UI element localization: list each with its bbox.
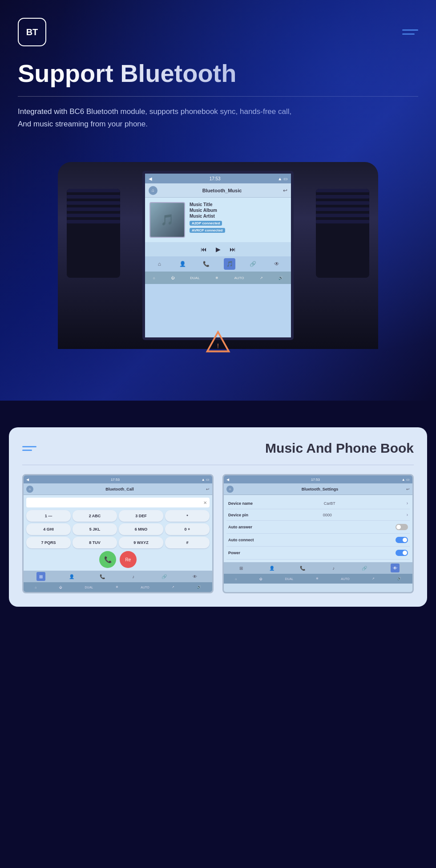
right-btn-grid[interactable]: ⊞ [237, 564, 246, 572]
key-7[interactable]: 7 PQRS [26, 537, 71, 548]
key-8[interactable]: 8 TUV [73, 537, 117, 548]
power-toggle[interactable] [396, 550, 408, 556]
keypad-area: ✕ 1 — 2 ABC 3 DEF * 4 GHI 5 JKL 6 MNO 0 … [24, 495, 212, 571]
dashboard: ◀ 17:53 ▲ ▭ ⌂ Bluetooth_Music ↩ 🎵 Music … [58, 162, 378, 349]
lf-vol: 🔊 [197, 585, 201, 589]
key-4[interactable]: 4 GHI [26, 523, 71, 535]
key-5[interactable]: 5 JKL [73, 523, 117, 535]
bottom-eye[interactable]: 👁 [271, 258, 283, 270]
artist-name: Music Artist [190, 214, 287, 219]
status-icons: ▲ ▭ [278, 176, 287, 181]
left-btn-grid[interactable]: ⊞ [36, 572, 45, 581]
left-bottom-bar: ⊞ 👤 📞 ♪ 🔗 👁 [24, 571, 212, 582]
bottom-home[interactable]: ⌂ [153, 258, 165, 270]
nav-title: Bluetooth_Music [161, 188, 283, 193]
screen-content: 🎵 Music Title Music Album Music Artist A… [145, 198, 291, 242]
left-back-icon[interactable]: ↩ [206, 487, 210, 491]
footer-snowflake: ❄ [215, 276, 218, 280]
rf-home: ⌂ [235, 577, 237, 580]
bottom-link[interactable]: 🔗 [247, 258, 259, 270]
device-name-value: CarBT [324, 501, 335, 506]
setting-power[interactable]: Power [226, 547, 410, 560]
bottom-person[interactable]: 👤 [177, 258, 189, 270]
section-menu-line-2 [22, 450, 32, 451]
device-name-label: Device name [228, 501, 253, 506]
left-btn-eye[interactable]: 👁 [190, 572, 199, 581]
redial-button[interactable]: Re [120, 551, 137, 568]
rf-dual: DUAL [285, 577, 294, 580]
footer-vol: 🔊 [279, 276, 283, 280]
left-home[interactable]: ⌂ [26, 486, 33, 493]
toggle-dot-2 [403, 538, 407, 542]
lf-snow: ❄ [116, 585, 118, 589]
right-home[interactable]: ⌂ [226, 486, 234, 493]
toggle-dot [396, 525, 401, 529]
left-btn-phone[interactable]: 📞 [98, 572, 107, 581]
screens-row: ◀ 17:53 ▲ ▭ ⌂ Bluetooth_Call ↩ ✕ 1 — 2 A… [22, 474, 414, 593]
right-btn-phone[interactable]: 📞 [298, 564, 307, 572]
rf-snow: ❄ [316, 577, 319, 580]
screen-footer: ⌂ ⏻ DUAL ❄ AUTO ↗ 🔊 [145, 272, 291, 284]
warning-triangle: ! [205, 329, 231, 358]
track-info: Music Title Music Album Music Artist A2D… [190, 202, 287, 238]
left-btn-music[interactable]: ♪ [129, 572, 138, 581]
bottom-music[interactable]: 🎵 [224, 258, 235, 270]
setting-device-name[interactable]: Device name CarBT › [226, 498, 410, 509]
bottom-section: Music And Phone Book ◀ 17:53 ▲ ▭ ⌂ Bluet… [9, 427, 427, 607]
left-btn-person[interactable]: 👤 [67, 572, 76, 581]
right-back-icon[interactable]: ↩ [406, 487, 410, 491]
screen-bottom-bar: ⌂ 👤 📞 🎵 🔗 👁 [145, 256, 291, 272]
player-controls: ⏮ ▶ ⏭ [145, 242, 291, 256]
key-hash[interactable]: # [165, 537, 210, 548]
left-nav: ⌂ Bluetooth_Call ↩ [24, 483, 212, 495]
right-btn-music[interactable]: ♪ [329, 564, 338, 572]
bottom-phone[interactable]: 📞 [201, 258, 212, 270]
menu-button[interactable] [402, 29, 418, 35]
right-nav: ⌂ Bluetooth_Settings ↩ [224, 483, 412, 495]
nav-back-icon[interactable]: ↩ [283, 187, 287, 194]
left-mini-screen: ◀ 17:53 ▲ ▭ ⌂ Bluetooth_Call ↩ ✕ 1 — 2 A… [22, 474, 214, 593]
call-button[interactable]: 📞 [99, 551, 116, 568]
keypad-grid: 1 — 2 ABC 3 DEF * 4 GHI 5 JKL 6 MNO 0 + … [26, 510, 210, 548]
clear-icon[interactable]: ✕ [203, 500, 207, 505]
key-2[interactable]: 2 ABC [73, 510, 117, 522]
auto-connect-toggle[interactable] [396, 537, 408, 543]
left-back: ◀ [26, 478, 29, 482]
footer-power: ⏻ [171, 276, 174, 280]
keypad-input[interactable]: ✕ [26, 498, 210, 507]
left-status-icons: ▲ ▭ [202, 478, 210, 482]
key-3[interactable]: 3 DEF [119, 510, 163, 522]
footer-dual: DUAL [190, 276, 199, 280]
rf-vol: 🔊 [397, 577, 401, 580]
right-footer: ⌂ ⏻ DUAL ❄ AUTO ↗ 🔊 [224, 574, 412, 584]
prev-button[interactable]: ⏮ [201, 246, 207, 253]
key-9[interactable]: 9 WXYZ [119, 537, 163, 548]
toggle-dot-3 [403, 551, 407, 555]
right-btn-eye[interactable]: 👁 [391, 564, 400, 572]
section-menu-icon[interactable] [22, 446, 36, 451]
right-mini-screen: ◀ 17:53 ▲ ▭ ⌂ Bluetooth_Settings ↩ Devic… [222, 474, 414, 593]
nav-home[interactable]: ⌂ [149, 186, 157, 195]
key-0[interactable]: 0 + [165, 523, 210, 535]
next-button[interactable]: ⏭ [230, 246, 236, 253]
auto-answer-toggle[interactable] [396, 524, 408, 530]
key-star[interactable]: * [165, 510, 210, 522]
hero-description: Integrated with BC6 Bluetooth module, su… [18, 105, 418, 131]
badge-a2dp: A2DP connected [190, 221, 222, 226]
right-status-bar: ◀ 17:53 ▲ ▭ [224, 475, 412, 483]
setting-auto-answer[interactable]: Auto answer [226, 521, 410, 534]
right-btn-link[interactable]: 🔗 [360, 564, 369, 572]
key-6[interactable]: 6 MNO [119, 523, 163, 535]
back-arrow: ◀ [149, 176, 152, 181]
track-title: Music Title [190, 202, 287, 207]
lf-power: ⏻ [59, 586, 62, 589]
right-btn-person[interactable]: 👤 [267, 564, 276, 572]
setting-device-pin[interactable]: Device pin 0000 › [226, 509, 410, 521]
key-1[interactable]: 1 — [26, 510, 71, 522]
play-button[interactable]: ▶ [216, 246, 221, 253]
left-btn-link[interactable]: 🔗 [160, 572, 169, 581]
screen-time: 17:53 [210, 176, 221, 181]
hero-divider [18, 96, 418, 97]
svg-text:!: ! [217, 342, 219, 349]
setting-auto-connect[interactable]: Auto connect [226, 534, 410, 547]
